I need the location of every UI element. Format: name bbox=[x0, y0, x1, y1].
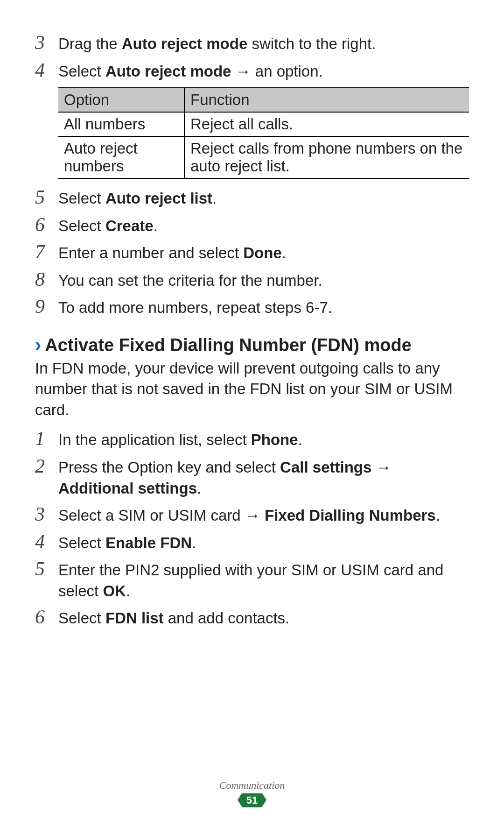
cell-function: Reject all calls. bbox=[184, 112, 469, 136]
step-item: 3 Select a SIM or USIM card → Fixed Dial… bbox=[35, 504, 469, 526]
step-number: 9 bbox=[35, 297, 58, 316]
step-number: 5 bbox=[35, 187, 58, 207]
step-item: 2 Press the Option key and select Call s… bbox=[35, 456, 469, 499]
col-header-function: Function bbox=[184, 88, 469, 112]
footer-section-label: Communication bbox=[0, 779, 504, 792]
step-text: Select Enable FDN. bbox=[58, 532, 469, 554]
step-text: Select a SIM or USIM card → Fixed Dialli… bbox=[58, 504, 469, 526]
step-number: 3 bbox=[35, 33, 58, 52]
steps-middle: 5 Select Auto reject list. 6 Select Crea… bbox=[35, 187, 469, 318]
step-item: 4 Select Auto reject mode → an option. bbox=[35, 60, 469, 82]
step-text: Select FDN list and add contacts. bbox=[58, 607, 469, 629]
step-item: 5 Enter the PIN2 supplied with your SIM … bbox=[35, 559, 469, 601]
section-title: Activate Fixed Dialling Number (FDN) mod… bbox=[45, 335, 411, 355]
step-text: Enter the PIN2 supplied with your SIM or… bbox=[58, 559, 469, 601]
page-footer: Communication 51 bbox=[0, 779, 504, 807]
step-item: 1 In the application list, select Phone. bbox=[35, 429, 469, 451]
page-number-badge: 51 bbox=[242, 793, 262, 807]
table-header-row: Option Function bbox=[58, 88, 469, 112]
cell-option: All numbers bbox=[58, 112, 184, 136]
step-number: 1 bbox=[35, 429, 58, 448]
step-text: In the application list, select Phone. bbox=[58, 429, 469, 451]
steps-top: 3 Drag the Auto reject mode switch to th… bbox=[35, 33, 469, 82]
step-number: 5 bbox=[35, 559, 58, 579]
table-row: Auto reject numbers Reject calls from ph… bbox=[58, 136, 469, 178]
step-number: 4 bbox=[35, 60, 58, 80]
cell-function: Reject calls from phone numbers on the a… bbox=[184, 136, 469, 178]
step-text: Select Create. bbox=[58, 215, 469, 237]
cell-option: Auto reject numbers bbox=[58, 136, 184, 178]
section-description: In FDN mode, your device will prevent ou… bbox=[35, 358, 469, 421]
table-row: All numbers Reject all calls. bbox=[58, 112, 469, 136]
step-text: Select Auto reject list. bbox=[58, 187, 469, 209]
step-number: 2 bbox=[35, 456, 58, 476]
step-number: 6 bbox=[35, 215, 58, 234]
step-item: 6 Select Create. bbox=[35, 215, 469, 237]
step-number: 4 bbox=[35, 532, 58, 551]
step-text: You can set the criteria for the number. bbox=[58, 269, 469, 291]
step-text: Select Auto reject mode → an option. bbox=[58, 60, 469, 82]
step-item: 6 Select FDN list and add contacts. bbox=[35, 607, 469, 629]
step-text: To add more numbers, repeat steps 6-7. bbox=[58, 297, 469, 318]
step-text: Press the Option key and select Call set… bbox=[58, 456, 469, 499]
step-item: 9 To add more numbers, repeat steps 6-7. bbox=[35, 297, 469, 318]
step-text: Drag the Auto reject mode switch to the … bbox=[58, 33, 469, 55]
step-number: 3 bbox=[35, 504, 58, 524]
step-item: 7 Enter a number and select Done. bbox=[35, 242, 469, 264]
chevron-icon: › bbox=[35, 334, 41, 355]
step-number: 6 bbox=[35, 607, 58, 627]
options-table: Option Function All numbers Reject all c… bbox=[58, 87, 469, 179]
step-item: 8 You can set the criteria for the numbe… bbox=[35, 269, 469, 291]
step-number: 8 bbox=[35, 269, 58, 289]
step-item: 3 Drag the Auto reject mode switch to th… bbox=[35, 33, 469, 55]
steps-bottom: 1 In the application list, select Phone.… bbox=[35, 429, 469, 629]
section-heading: › Activate Fixed Dialling Number (FDN) m… bbox=[35, 334, 469, 355]
col-header-option: Option bbox=[58, 88, 184, 112]
step-number: 7 bbox=[35, 242, 58, 262]
step-item: 4 Select Enable FDN. bbox=[35, 532, 469, 554]
step-text: Enter a number and select Done. bbox=[58, 242, 469, 264]
step-item: 5 Select Auto reject list. bbox=[35, 187, 469, 209]
